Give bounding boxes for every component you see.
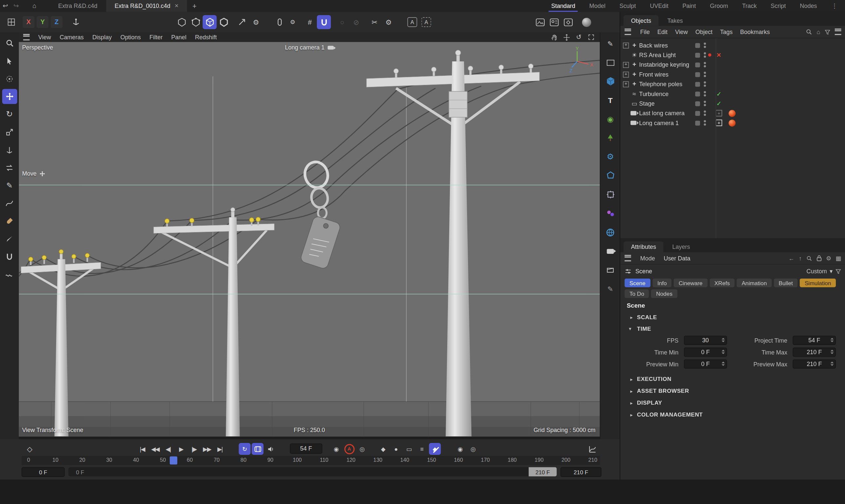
layout-menu-item[interactable]: Track <box>735 0 764 12</box>
new-tab-button[interactable]: + <box>187 2 202 10</box>
spinner-arrows[interactable] <box>722 362 725 366</box>
layer-chip[interactable] <box>695 43 700 48</box>
object-label[interactable]: Telephone poles <box>639 81 695 88</box>
pan-hand-icon[interactable] <box>550 33 558 41</box>
visibility-dots[interactable] <box>702 62 708 67</box>
viewport-menu-item[interactable]: Filter <box>145 34 167 41</box>
layer-chip[interactable] <box>695 53 700 57</box>
object-row[interactable]: Stage <box>620 99 845 108</box>
viewport[interactable]: Perspective Long camera 1 Move View Tran… <box>19 42 600 436</box>
visibility-dots[interactable] <box>702 72 708 77</box>
auto-box-icon[interactable]: A <box>419 15 433 29</box>
keyframe-selection-button[interactable]: ◎ <box>356 443 368 455</box>
tool-gear-icon[interactable]: ⚙ <box>381 15 395 29</box>
attribute-tab-button[interactable]: Nodes <box>651 289 677 298</box>
chevron-right-icon[interactable]: ▾ <box>628 377 634 381</box>
key-disable-button[interactable]: ◆ <box>429 443 441 455</box>
layer-chip[interactable] <box>695 62 700 67</box>
object-manager-menu-item[interactable]: Edit <box>653 29 671 35</box>
chevron-down-icon[interactable]: ▾ <box>629 326 633 331</box>
object-row[interactable]: Turbulence <box>620 89 845 98</box>
render-picture-viewer-icon[interactable] <box>547 15 561 29</box>
key-parameter-button[interactable]: ≡ <box>416 443 428 455</box>
history-back-icon[interactable]: ← <box>789 255 794 262</box>
viewport-menu-item[interactable]: View <box>34 34 55 41</box>
layout-menu-item[interactable]: Standard <box>544 0 582 12</box>
home-icon[interactable]: ⌂ <box>29 2 40 10</box>
layout-menu-item[interactable]: Paint <box>675 0 703 12</box>
field-input[interactable]: 0 F <box>684 347 727 357</box>
object-label[interactable]: Front wires <box>639 71 695 78</box>
transport-button[interactable]: ▶| <box>214 443 226 455</box>
layer-chip[interactable] <box>695 91 700 96</box>
filter-icon[interactable] <box>835 268 841 274</box>
viewport-hamburger-icon[interactable] <box>23 34 30 41</box>
object-row[interactable]: Last long camera <box>620 108 845 118</box>
spinner-arrows[interactable] <box>830 362 834 366</box>
object-manager-menu-item[interactable]: Object <box>691 29 716 35</box>
transport-button[interactable]: ◀◀ <box>149 443 161 455</box>
field-polygon-icon[interactable] <box>604 169 617 182</box>
annotation-pencil-icon[interactable]: ✎ <box>604 282 617 296</box>
parent-up-icon[interactable]: ↑ <box>799 255 802 262</box>
visibility-dots[interactable] <box>702 42 708 48</box>
play-mode-button[interactable] <box>252 443 264 455</box>
search-icon[interactable] <box>806 255 812 261</box>
playhead[interactable] <box>170 456 178 464</box>
spinner-arrows[interactable] <box>830 350 834 354</box>
attribute-section[interactable]: ▾ COLOR MANAGEMENT <box>620 409 845 420</box>
spinner-arrows[interactable] <box>722 350 725 354</box>
select-tool-icon[interactable] <box>2 53 17 69</box>
spline-pen-icon[interactable] <box>2 196 17 211</box>
attribute-tab-button[interactable]: Info <box>652 278 672 287</box>
viewport-canvas[interactable] <box>19 42 600 436</box>
expand-icon[interactable] <box>623 42 629 48</box>
field-input[interactable]: 30 <box>684 336 727 345</box>
object-manager-menu-item[interactable]: View <box>671 29 691 35</box>
field-input[interactable]: 0 F <box>684 359 727 369</box>
object-row[interactable]: RS Area Light <box>620 50 845 60</box>
knife-tool-icon[interactable] <box>2 231 17 246</box>
range-end-field[interactable]: 210 F <box>560 467 601 477</box>
layer-chip[interactable] <box>695 111 700 116</box>
object-label[interactable]: Back wires <box>639 42 695 49</box>
transport-button[interactable]: ▶▶ <box>201 443 213 455</box>
brush-tool-icon[interactable] <box>2 214 17 229</box>
timeline-ruler[interactable]: 0102030405060708090100110120130140150160… <box>21 456 600 465</box>
expand-icon[interactable] <box>623 71 629 77</box>
object-manager-menu-item[interactable]: File <box>636 29 653 35</box>
preset-dropdown[interactable]: Custom <box>806 268 827 274</box>
visibility-dots[interactable] <box>702 111 708 116</box>
visibility-dots[interactable] <box>702 120 708 125</box>
visibility-dots[interactable] <box>702 82 708 87</box>
object-label[interactable]: RS Area Light <box>639 52 695 58</box>
list-options-icon[interactable] <box>835 29 841 35</box>
axis-tool-icon[interactable] <box>2 142 17 158</box>
transport-button[interactable]: |▶ <box>188 443 200 455</box>
layout-menu-item[interactable]: Sculpt <box>612 0 643 12</box>
close-tab-icon[interactable]: × <box>175 2 178 10</box>
visibility-dots[interactable] <box>702 91 708 96</box>
current-frame-field[interactable]: 54 F <box>290 444 322 454</box>
axis-settings-gear-icon[interactable]: ⚙ <box>249 15 263 29</box>
layout-menu-item[interactable]: Nodes <box>793 0 824 12</box>
stage-create-icon[interactable] <box>604 263 617 277</box>
deformer-cube-icon[interactable] <box>604 187 617 201</box>
key-scale-button[interactable]: ● <box>390 443 402 455</box>
object-label[interactable]: Last long camera <box>639 110 695 116</box>
point-mode-icon[interactable] <box>188 15 202 29</box>
field-input[interactable]: 210 F <box>793 359 836 369</box>
axis-lock-button[interactable]: Y <box>37 16 49 28</box>
attribute-tab-button[interactable]: Cineware <box>674 278 707 287</box>
camera-icon[interactable] <box>328 46 334 49</box>
spline-pen-icon[interactable]: ✎ <box>604 37 617 51</box>
model-mode-icon[interactable] <box>175 15 188 29</box>
panel-tab[interactable]: Takes <box>660 15 690 26</box>
filter-icon[interactable] <box>825 29 830 35</box>
chevron-right-icon[interactable]: ▾ <box>628 412 634 416</box>
panel-tab[interactable]: Objects <box>624 15 659 26</box>
viewport-menu-item[interactable]: Panel <box>167 34 191 41</box>
object-label[interactable]: Stage <box>639 100 695 107</box>
rotate-tool-icon[interactable]: ↻ <box>2 107 17 122</box>
object-row[interactable]: Back wires <box>620 40 845 50</box>
